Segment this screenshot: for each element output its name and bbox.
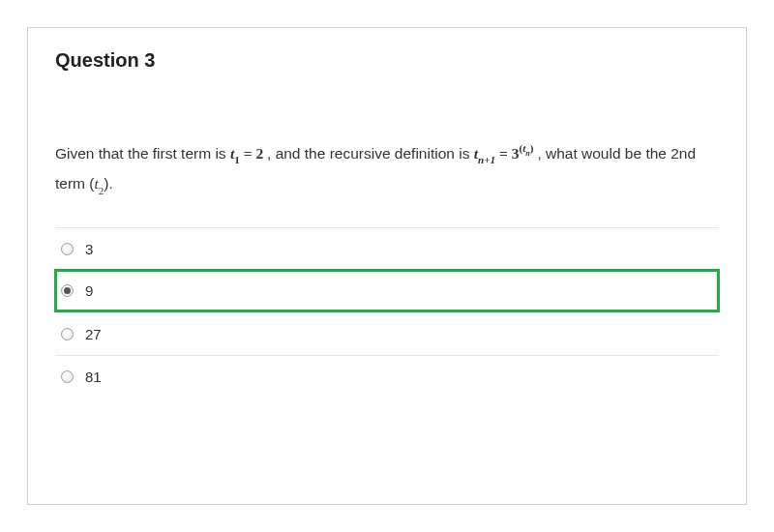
eq: = — [495, 145, 512, 162]
sub: 1 — [234, 154, 240, 165]
radio-icon[interactable] — [61, 284, 74, 297]
options-list: 3 9 27 81 — [55, 227, 719, 398]
option-row[interactable]: 9 — [54, 269, 720, 312]
option-label: 81 — [85, 369, 102, 385]
math-first-term: t1 = 2 — [230, 145, 267, 162]
eq: = — [240, 145, 256, 162]
exp-sub: n — [525, 149, 529, 158]
prompt-text-mid: , and the recursive definition is — [267, 145, 474, 162]
exp-close: ) — [530, 142, 534, 154]
question-title: Question 3 — [55, 49, 719, 72]
question-card: Question 3 Given that the first term is … — [27, 27, 747, 505]
lhs-sub: n+1 — [478, 154, 495, 165]
option-row[interactable]: 3 — [55, 227, 719, 270]
math-t2: t2 — [94, 175, 104, 192]
prompt-text-pre: Given that the first term is — [55, 145, 230, 162]
option-row[interactable]: 81 — [55, 355, 719, 398]
question-prompt: Given that the first term is t1 = 2 , an… — [55, 139, 719, 200]
option-label: 27 — [85, 326, 102, 342]
radio-icon[interactable] — [61, 243, 74, 255]
radio-icon[interactable] — [61, 370, 74, 383]
math-recursive: tn+1 = 3(tn) — [474, 145, 538, 162]
radio-icon[interactable] — [61, 328, 74, 340]
option-label: 9 — [85, 282, 93, 299]
option-label: 3 — [85, 241, 93, 257]
exp: (tn) — [519, 142, 533, 154]
prompt-text-end: ). — [104, 175, 112, 192]
val: 2 — [255, 145, 263, 162]
option-row[interactable]: 27 — [55, 312, 719, 355]
sub: 2 — [99, 185, 104, 196]
